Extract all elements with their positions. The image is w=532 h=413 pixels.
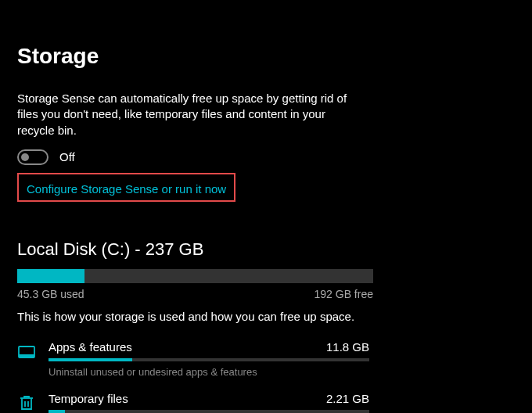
- item-hint: Uninstall unused or undesired apps & fea…: [49, 366, 369, 378]
- item-name: Temporary files: [49, 392, 128, 405]
- toggle-knob: [21, 153, 29, 161]
- item-name: Apps & features: [49, 340, 132, 354]
- highlight-annotation: Configure Storage Sense or run it now: [17, 173, 235, 202]
- item-size: 11.8 GB: [326, 340, 369, 354]
- item-size: 2.21 GB: [326, 392, 369, 405]
- item-usage-bar: [49, 358, 369, 361]
- storage-sense-toggle[interactable]: [17, 149, 49, 165]
- storage-item-temporary[interactable]: Temporary files 2.21 GB Choose which tem…: [17, 392, 515, 413]
- trash-icon: [17, 393, 36, 412]
- toggle-state-label: Off: [59, 150, 75, 163]
- disk-used-label: 45.3 GB used: [17, 288, 84, 300]
- disk-usage-bar-fill: [17, 269, 84, 283]
- apps-icon: [17, 342, 36, 361]
- page-title: Storage: [17, 44, 515, 69]
- disk-usage-bar: [17, 269, 373, 283]
- storage-sense-description: Storage Sense can automatically free up …: [17, 91, 354, 138]
- disk-free-label: 192 GB free: [315, 288, 374, 300]
- item-usage-bar-fill: [49, 358, 132, 361]
- storage-item-apps[interactable]: Apps & features 11.8 GB Uninstall unused…: [17, 340, 515, 378]
- disk-heading: Local Disk (C:) - 237 GB: [17, 239, 515, 260]
- item-usage-bar: [49, 410, 369, 413]
- storage-explain-text: This is how your storage is used and how…: [17, 310, 515, 323]
- item-usage-bar-fill: [49, 410, 65, 413]
- svg-rect-1: [19, 354, 34, 357]
- configure-storage-sense-link[interactable]: Configure Storage Sense or run it now: [27, 182, 226, 196]
